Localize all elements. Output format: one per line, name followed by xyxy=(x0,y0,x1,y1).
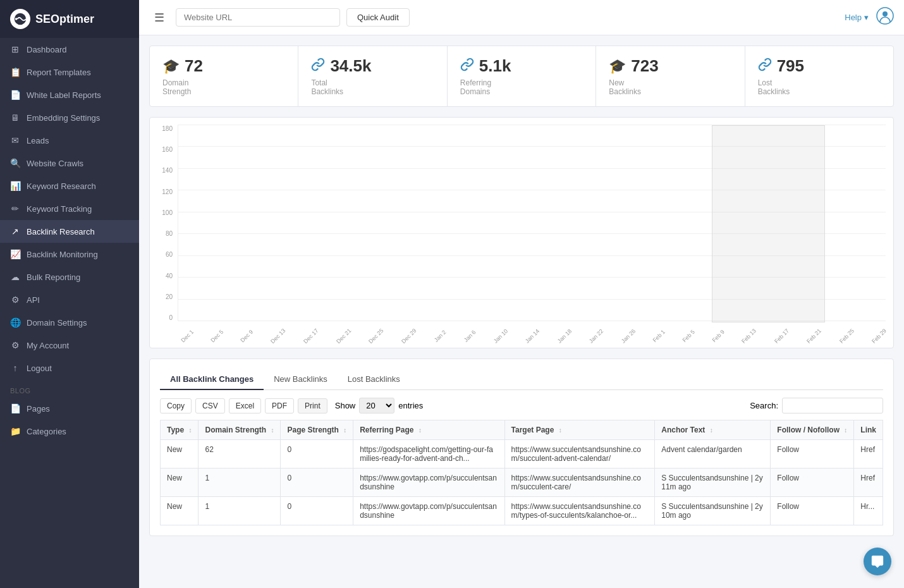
excel-button[interactable]: Excel xyxy=(229,398,261,413)
help-chevron: ▾ xyxy=(864,13,869,22)
col-link[interactable]: Link xyxy=(854,420,883,440)
tab-new-backlinks[interactable]: New Backlinks xyxy=(264,369,338,390)
dashboard-icon: ⊞ xyxy=(10,44,20,54)
chat-button[interactable] xyxy=(864,548,891,575)
sidebar-item-categories[interactable]: 📁 Categories xyxy=(0,420,139,443)
type-cell: New xyxy=(161,440,199,469)
y-label: 160 xyxy=(157,146,173,153)
pages-icon: 📄 xyxy=(10,403,20,413)
sidebar-item-embedding-settings[interactable]: 🖥 Embedding Settings xyxy=(0,106,139,129)
domain-strength-cell: 1 xyxy=(199,469,281,497)
anchor-text-cell: Advent calendar/garden xyxy=(655,440,771,469)
x-label: Feb 1 xyxy=(651,329,666,344)
sidebar-item-backlink-research[interactable]: ↗ Backlink Research xyxy=(0,220,139,243)
col-target-page[interactable]: Target Page ↕ xyxy=(504,420,655,440)
y-label: 60 xyxy=(157,251,173,258)
referring-page-cell[interactable]: https://www.govtapp.com/p/succulentsands… xyxy=(353,497,504,525)
csv-button[interactable]: CSV xyxy=(195,398,225,413)
print-button[interactable]: Print xyxy=(298,398,327,413)
table-row: New10https://www.govtapp.com/p/succulent… xyxy=(161,469,883,497)
help-menu[interactable]: Help ▾ xyxy=(845,13,869,22)
quick-audit-button[interactable]: Quick Audit xyxy=(346,8,410,27)
x-label: Dec 5 xyxy=(209,329,224,344)
link-icon-2 xyxy=(460,58,474,75)
stat-referring-domains: 5.1k ReferringDomains xyxy=(448,46,596,106)
referring-domains-value: 5.1k xyxy=(479,56,511,76)
page-strength-cell: 0 xyxy=(281,469,353,497)
graduation-icon-1: 🎓 xyxy=(162,58,180,75)
col-referring-page[interactable]: Referring Page ↕ xyxy=(353,420,504,440)
x-label: Feb 25 xyxy=(838,328,855,345)
new-backlinks-label: NewBacklinks xyxy=(609,78,731,96)
sidebar-logo[interactable]: SEOptimer xyxy=(0,0,139,38)
x-label: Feb 9 xyxy=(711,329,726,344)
sidebar-item-api[interactable]: ⚙ API xyxy=(0,288,139,311)
backlink-monitoring-icon: 📈 xyxy=(10,249,20,259)
col-anchor-text[interactable]: Anchor Text ↕ xyxy=(655,420,771,440)
search-label: Search: xyxy=(750,401,778,410)
anchor-text-cell: S Succulentsandsunshine | 2y 10m ago xyxy=(655,497,771,525)
referring-page-cell[interactable]: https://www.govtapp.com/p/succulentsands… xyxy=(353,469,504,497)
sidebar-item-label: Backlink Research xyxy=(27,227,95,236)
sort-icon: ↕ xyxy=(844,427,847,434)
sidebar-item-label: Backlink Monitoring xyxy=(27,250,98,259)
report-templates-icon: 📋 xyxy=(10,67,20,77)
sidebar-item-leads[interactable]: ✉ Leads xyxy=(0,129,139,152)
follow-cell: Follow xyxy=(771,440,854,469)
sidebar-item-dashboard[interactable]: ⊞ Dashboard xyxy=(0,38,139,61)
sidebar-item-bulk-reporting[interactable]: ☁ Bulk Reporting xyxy=(0,266,139,288)
y-label: 100 xyxy=(157,209,173,216)
tab-lost-backlinks[interactable]: Lost Backlinks xyxy=(338,369,410,390)
sidebar-item-keyword-research[interactable]: 📊 Keyword Research xyxy=(0,175,139,197)
sidebar-item-keyword-tracking[interactable]: ✏ Keyword Tracking xyxy=(0,197,139,220)
search-input[interactable] xyxy=(782,398,883,413)
stat-lost-backlinks: 795 LostBacklinks xyxy=(745,46,893,106)
referring-page-cell[interactable]: https://godspacelight.com/getting-our-fa… xyxy=(353,440,504,469)
col-page-strength[interactable]: Page Strength ↕ xyxy=(281,420,353,440)
user-icon[interactable] xyxy=(876,7,894,28)
x-label: Dec 25 xyxy=(368,328,385,345)
blog-section-label: Blog xyxy=(0,379,139,397)
categories-icon: 📁 xyxy=(10,426,20,436)
pdf-button[interactable]: PDF xyxy=(265,398,294,413)
x-label: Jan 26 xyxy=(620,328,637,344)
sidebar-item-label: Keyword Research xyxy=(27,181,96,191)
svg-point-3 xyxy=(883,11,888,16)
x-label: Jan 10 xyxy=(492,328,509,344)
sidebar-item-website-crawls[interactable]: 🔍 Website Crawls xyxy=(0,152,139,175)
entries-select[interactable]: 20 50 100 xyxy=(359,398,394,413)
website-crawls-icon: 🔍 xyxy=(10,158,20,168)
copy-button[interactable]: Copy xyxy=(160,398,192,413)
sidebar-item-domain-settings[interactable]: 🌐 Domain Settings xyxy=(0,311,139,334)
sidebar-item-backlink-monitoring[interactable]: 📈 Backlink Monitoring xyxy=(0,243,139,266)
sidebar-item-my-account[interactable]: ⚙ My Account xyxy=(0,334,139,357)
col-type[interactable]: Type ↕ xyxy=(161,420,199,440)
sidebar-item-label: Pages xyxy=(27,404,50,413)
white-label-icon: 📄 xyxy=(10,90,20,100)
col-domain-strength[interactable]: Domain Strength ↕ xyxy=(199,420,281,440)
menu-toggle[interactable]: ☰ xyxy=(149,8,169,27)
sort-icon: ↕ xyxy=(418,427,422,434)
x-label xyxy=(418,335,429,346)
url-input[interactable] xyxy=(176,8,340,27)
col-follow-nofollow[interactable]: Follow / Nofollow ↕ xyxy=(771,420,854,440)
x-label xyxy=(224,335,235,346)
table-row: New620https://godspacelight.com/getting-… xyxy=(161,440,883,469)
sidebar-item-report-templates[interactable]: 📋 Report Templates xyxy=(0,61,139,83)
x-label: Feb 29 xyxy=(870,328,888,345)
x-label xyxy=(725,335,736,346)
x-label: Feb 13 xyxy=(740,328,757,345)
x-label xyxy=(758,335,769,346)
target-page-cell[interactable]: https://www.succulentsandsunshine.com/su… xyxy=(504,440,655,469)
backlink-tabs: All Backlink Changes New Backlinks Lost … xyxy=(160,369,883,390)
sidebar-item-pages[interactable]: 📄 Pages xyxy=(0,397,139,420)
backlink-chart: 020406080100120140160180 Dec 1Dec 5Dec 9… xyxy=(149,117,894,348)
target-page-cell[interactable]: https://www.succulentsandsunshine.com/ty… xyxy=(504,497,655,525)
sidebar-item-white-label[interactable]: 📄 White Label Reports xyxy=(0,83,139,106)
sort-icon: ↕ xyxy=(710,427,713,434)
target-page-cell[interactable]: https://www.succulentsandsunshine.com/su… xyxy=(504,469,655,497)
stat-new-backlinks: 🎓 723 NewBacklinks xyxy=(596,46,745,106)
tab-all-backlink-changes[interactable]: All Backlink Changes xyxy=(160,369,264,390)
my-account-icon: ⚙ xyxy=(10,340,20,350)
sidebar-item-logout[interactable]: ↑ Logout xyxy=(0,357,139,379)
